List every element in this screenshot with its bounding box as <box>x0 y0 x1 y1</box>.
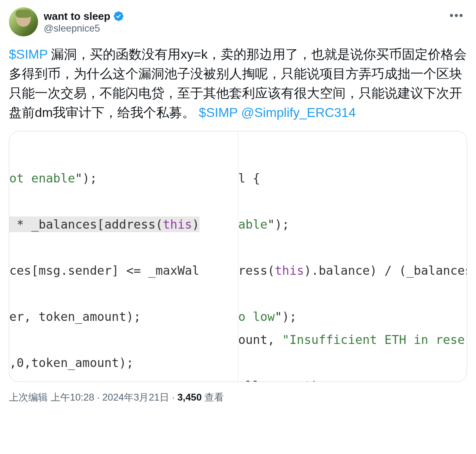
last-edited-label: 上次编辑 <box>9 392 48 403</box>
tweet-header: want to sleep @sleepnice5 ••• <box>9 7 467 36</box>
edit-time[interactable]: 上午10:28 <box>51 392 94 403</box>
tweet-metadata: 上次编辑 上午10:28 · 2024年3月21日 · 3,450 查看 <box>9 391 467 404</box>
user-name-column: want to sleep @sleepnice5 <box>44 10 124 34</box>
code-text: "); <box>75 171 97 185</box>
code-text: ,0,token_amount); <box>9 356 134 370</box>
code-text: ount, <box>238 333 282 347</box>
mention-link[interactable]: @Simplify_ERC314 <box>241 105 356 120</box>
separator: · <box>97 392 102 403</box>
avatar[interactable] <box>9 7 38 36</box>
attached-image[interactable]: ot enable"); * _balances[address(this) c… <box>9 131 467 382</box>
verified-badge-icon <box>113 11 124 22</box>
tweet-text: $SIMP 漏洞，买的函数没有用xy=k，卖的那边用了，也就是说你买币固定价格会… <box>9 45 467 122</box>
code-text: ress( <box>238 263 275 278</box>
code-text: ces[msg.sender] <= _maxWal <box>9 263 200 278</box>
code-text: "); <box>275 310 297 324</box>
views-label: 查看 <box>204 392 224 403</box>
display-name: want to sleep <box>44 10 110 23</box>
more-options-button[interactable]: ••• <box>446 7 467 23</box>
separator: · <box>172 392 177 403</box>
cashtag-link[interactable]: $SIMP <box>9 47 47 62</box>
cashtag-link[interactable]: $SIMP <box>199 105 237 120</box>
code-snippet-left: ot enable"); * _balances[address(this) c… <box>9 132 238 382</box>
code-text: ot enable <box>9 171 75 185</box>
user-row[interactable]: want to sleep @sleepnice5 <box>9 7 124 36</box>
display-name-line[interactable]: want to sleep <box>44 10 124 23</box>
ellipsis-icon: ••• <box>450 9 464 21</box>
code-text: this <box>275 263 304 278</box>
code-text: "Insufficient ETH in reser <box>282 333 467 347</box>
post-date[interactable]: 2024年3月21日 <box>102 392 169 403</box>
code-text: able <box>238 217 268 231</box>
views-count[interactable]: 3,450 <box>177 392 202 403</box>
code-text: this <box>163 217 192 231</box>
code-text: * _balances[address( <box>9 217 163 231</box>
code-text: ) <box>192 217 200 231</box>
code-text: "); <box>268 217 289 231</box>
user-handle[interactable]: @sleepnice5 <box>44 23 124 34</box>
code-snippet-right: l { able"); ress(this).balance) / (_bala… <box>238 132 467 382</box>
code-text: ).balance) / (_balances <box>304 263 467 278</box>
space <box>238 105 241 120</box>
code-text: ell_amount); <box>238 379 326 382</box>
code-text: l { <box>238 171 260 185</box>
code-text: o low <box>238 310 275 324</box>
code-text: er, token_amount); <box>9 310 141 324</box>
